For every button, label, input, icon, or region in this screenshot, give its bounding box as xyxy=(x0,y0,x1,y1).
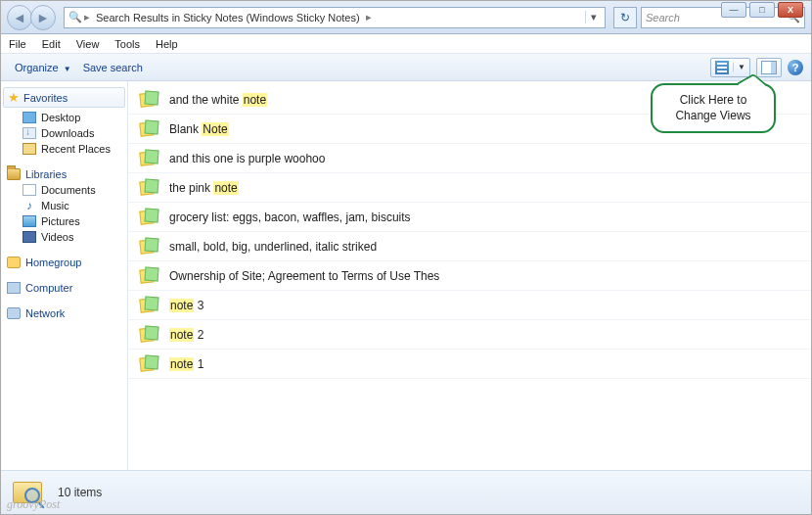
result-title: note 3 xyxy=(169,299,203,312)
sidebar-item-label: Homegroup xyxy=(25,257,81,268)
result-title: small, bold, big, underlined, italic str… xyxy=(169,240,377,254)
result-title: Blank Note xyxy=(169,122,229,136)
sticky-note-icon xyxy=(140,179,159,197)
network-icon xyxy=(7,307,21,319)
sticky-note-icon xyxy=(140,150,159,167)
sidebar-item-music[interactable]: ♪Music xyxy=(3,198,125,213)
menu-help[interactable]: Help xyxy=(154,37,180,51)
result-row[interactable]: small, bold, big, underlined, italic str… xyxy=(128,232,811,261)
menu-file[interactable]: File xyxy=(7,37,28,51)
sidebar-item-label: Recent Places xyxy=(41,143,111,155)
sidebar-item-label: Network xyxy=(25,307,65,319)
sidebar-item-pictures[interactable]: Pictures xyxy=(3,213,125,229)
watermark: groovyPost xyxy=(7,497,60,512)
sticky-note-icon xyxy=(140,326,159,344)
body-area: ★ Favorites Desktop Downloads Recent Pla… xyxy=(1,81,811,470)
homegroup-icon xyxy=(7,257,21,268)
sticky-note-icon xyxy=(140,238,159,256)
callout-line1: Click Here to xyxy=(662,93,764,109)
sticky-note-icon xyxy=(140,355,159,373)
pictures-icon xyxy=(23,215,36,227)
sidebar-item-videos[interactable]: Videos xyxy=(3,229,125,245)
address-bar[interactable]: 🔍 ▸ Search Results in Sticky Notes (Wind… xyxy=(64,7,606,28)
videos-icon xyxy=(23,231,36,243)
result-row[interactable]: Ownership of Site; Agreement to Terms of… xyxy=(128,261,811,291)
menu-tools[interactable]: Tools xyxy=(113,37,142,51)
computer-icon xyxy=(7,282,21,294)
sidebar-item-label: Music xyxy=(41,200,69,211)
result-title: and this one is purple woohoo xyxy=(169,152,325,165)
sidebar-item-homegroup[interactable]: Homegroup xyxy=(3,255,125,270)
save-search-button[interactable]: Save search xyxy=(77,60,149,75)
address-dropdown[interactable]: ▾ xyxy=(585,11,601,23)
sidebar-item-documents[interactable]: Documents xyxy=(3,182,125,198)
downloads-icon xyxy=(23,127,36,139)
organize-button[interactable]: Organize ▼ xyxy=(9,60,77,75)
sidebar-item-label: Videos xyxy=(41,231,73,243)
sidebar-item-computer[interactable]: Computer xyxy=(3,280,125,296)
menu-bar: File Edit View Tools Help xyxy=(1,34,811,54)
result-title: Ownership of Site; Agreement to Terms of… xyxy=(169,269,439,283)
star-icon: ★ xyxy=(8,90,20,105)
sidebar-item-downloads[interactable]: Downloads xyxy=(3,125,125,141)
result-row[interactable]: grocery list: eggs, bacon, waffles, jam,… xyxy=(128,203,811,232)
chevron-down-icon: ▼ xyxy=(733,63,745,71)
sticky-note-icon xyxy=(140,297,159,314)
pane-icon xyxy=(761,61,777,74)
minimize-button[interactable]: — xyxy=(721,2,746,18)
sticky-note-icon xyxy=(140,91,159,109)
titlebar: ◄ ► 🔍 ▸ Search Results in Sticky Notes (… xyxy=(1,1,811,34)
sidebar-item-label: Computer xyxy=(25,282,72,294)
result-row[interactable]: note 1 xyxy=(128,350,811,379)
search-placeholder: Search xyxy=(646,12,680,23)
libraries-icon xyxy=(7,168,21,180)
change-view-button[interactable]: ▼ xyxy=(710,58,750,77)
status-text: 10 items xyxy=(58,486,102,499)
sidebar-item-label: Downloads xyxy=(41,127,94,139)
chevron-down-icon: ▼ xyxy=(64,65,71,73)
refresh-button[interactable]: ↻ xyxy=(613,7,637,28)
result-row[interactable]: the pink note xyxy=(128,173,811,203)
close-button[interactable]: X xyxy=(778,2,803,18)
result-title: and the white note xyxy=(169,93,267,107)
documents-icon xyxy=(23,184,36,196)
callout-line2: Change Views xyxy=(662,109,764,124)
recent-icon xyxy=(23,143,36,155)
result-title: the pink note xyxy=(169,181,239,195)
libraries-label: Libraries xyxy=(25,168,67,180)
sidebar: ★ Favorites Desktop Downloads Recent Pla… xyxy=(1,81,128,470)
help-button[interactable]: ? xyxy=(788,60,803,75)
sidebar-item-desktop[interactable]: Desktop xyxy=(3,110,125,125)
result-row[interactable]: note 2 xyxy=(128,320,811,350)
result-title: note 2 xyxy=(169,328,203,342)
sidebar-favorites-header[interactable]: ★ Favorites xyxy=(3,87,125,108)
menu-edit[interactable]: Edit xyxy=(40,37,63,51)
sticky-note-icon xyxy=(140,267,159,285)
result-title: grocery list: eggs, bacon, waffles, jam,… xyxy=(169,211,411,224)
result-title: note 1 xyxy=(169,357,203,371)
toolbar: Organize ▼ Save search ▼ ? xyxy=(1,54,811,81)
result-row[interactable]: note 3 xyxy=(128,291,811,320)
result-row[interactable]: and this one is purple woohoo xyxy=(128,144,811,173)
nav-buttons: ◄ ► xyxy=(7,5,56,30)
sidebar-item-label: Documents xyxy=(41,184,96,196)
chevron-right-icon: ▸ xyxy=(82,11,92,23)
back-button[interactable]: ◄ xyxy=(7,5,32,30)
status-bar: 10 items xyxy=(1,470,811,514)
forward-button[interactable]: ► xyxy=(30,5,56,30)
chevron-right-icon: ▸ xyxy=(364,11,374,23)
breadcrumb[interactable]: Search Results in Sticky Notes (Windows … xyxy=(92,12,364,23)
sidebar-item-network[interactable]: Network xyxy=(3,305,125,321)
callout-annotation: Click Here to Change Views xyxy=(651,83,776,133)
maximize-button[interactable]: □ xyxy=(749,2,775,18)
menu-view[interactable]: View xyxy=(74,37,102,51)
results-list[interactable]: and the white noteBlank Noteand this one… xyxy=(128,81,811,470)
sidebar-item-recent[interactable]: Recent Places xyxy=(3,141,125,157)
sidebar-libraries-header[interactable]: Libraries xyxy=(3,166,125,182)
favorites-label: Favorites xyxy=(23,92,68,104)
sidebar-item-label: Desktop xyxy=(41,112,80,123)
preview-pane-button[interactable] xyxy=(756,58,782,77)
organize-label: Organize xyxy=(15,62,59,73)
sticky-note-icon xyxy=(140,120,159,138)
sidebar-item-label: Pictures xyxy=(41,215,80,227)
